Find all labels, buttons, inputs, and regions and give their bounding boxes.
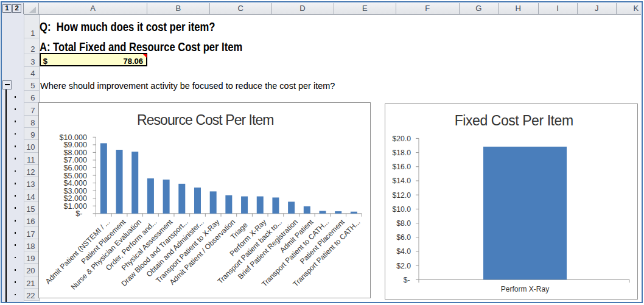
svg-text:$4.0: $4.0 xyxy=(396,247,411,256)
svg-text:$18.0: $18.0 xyxy=(393,149,411,157)
svg-text:$-: $- xyxy=(75,209,82,218)
svg-text:$8.0: $8.0 xyxy=(396,219,411,228)
svg-text:Resource Cost Per Item: Resource Cost Per Item xyxy=(137,112,274,128)
svg-text:Admit Patient (NSTEMI / ...: Admit Patient (NSTEMI / ... xyxy=(44,218,112,286)
svg-text:$8.000: $8.000 xyxy=(63,149,87,157)
svg-text:$20.0: $20.0 xyxy=(393,135,411,143)
svg-text:$1.000: $1.000 xyxy=(63,202,87,211)
svg-text:$6.000: $6.000 xyxy=(63,164,87,172)
svg-text:$12.0: $12.0 xyxy=(393,191,411,200)
svg-text:$4.000: $4.000 xyxy=(63,179,87,188)
svg-text:$16.0: $16.0 xyxy=(393,163,411,171)
svg-text:$-: $- xyxy=(404,276,410,284)
svg-text:$2.000: $2.000 xyxy=(63,194,87,203)
svg-text:$14.0: $14.0 xyxy=(393,177,411,185)
svg-text:$6.0: $6.0 xyxy=(396,233,411,242)
svg-text:Perform X-Ray: Perform X-Ray xyxy=(501,285,549,293)
svg-text:$9.000: $9.000 xyxy=(63,141,87,149)
svg-text:$3.000: $3.000 xyxy=(63,187,87,195)
svg-text:$10.000: $10.000 xyxy=(59,133,87,142)
svg-text:$7.000: $7.000 xyxy=(63,156,87,164)
svg-text:Fixed Cost Per Item: Fixed Cost Per Item xyxy=(455,113,573,128)
svg-text:$5.000: $5.000 xyxy=(63,172,87,180)
svg-text:$2.0: $2.0 xyxy=(396,262,411,270)
svg-text:$10.0: $10.0 xyxy=(393,205,411,214)
